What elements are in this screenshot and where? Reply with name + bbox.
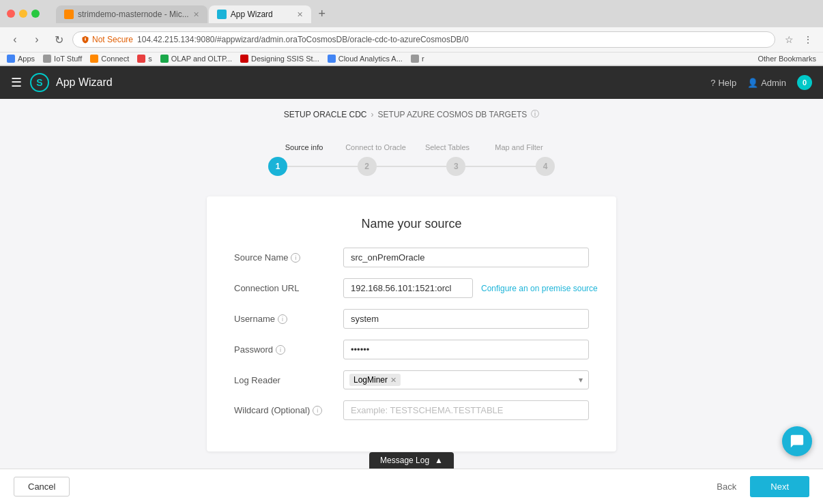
step-line-3: [465, 166, 536, 167]
step-label-3: Select Tables: [411, 143, 483, 151]
breadcrumb-info-icon[interactable]: ⓘ: [531, 108, 539, 120]
username-info-icon[interactable]: i: [278, 314, 287, 324]
connection-url-label-text: Connection URL: [234, 283, 299, 293]
username-label-text: Username: [234, 314, 275, 324]
nav-actions: ☆ ⋮: [781, 31, 816, 48]
message-log-label: Message Log: [380, 456, 429, 465]
steps-track: 1 2 3 4: [268, 157, 555, 176]
bookmark-connect[interactable]: Connect: [90, 55, 129, 63]
message-log-bar[interactable]: Message Log ▲: [369, 452, 454, 469]
bookmark-icon-iot: [43, 55, 51, 63]
bookmark-s[interactable]: s: [137, 55, 152, 63]
config-link[interactable]: Configure an on premise source: [481, 284, 598, 293]
username-input[interactable]: [343, 309, 589, 329]
breadcrumb: SETUP ORACLE CDC › SETUP AZURE COSMOS DB…: [0, 99, 823, 130]
hamburger-menu[interactable]: ☰: [11, 75, 22, 90]
step-label-4: Map and Filter: [483, 143, 555, 151]
source-name-row: Source Name i: [234, 248, 589, 267]
log-reader-tag: LogMiner ✕: [349, 374, 401, 386]
bookmark-icon-apps: [7, 55, 15, 63]
wildcard-input[interactable]: [343, 400, 589, 420]
address-text: 104.42.215.134:9080/#appwizard/admin.ora…: [137, 35, 469, 44]
star-button[interactable]: ☆: [781, 31, 797, 48]
other-bookmarks-label: Other Bookmarks: [757, 55, 816, 63]
maximize-button[interactable]: [31, 10, 40, 18]
log-reader-select[interactable]: LogMiner ✕ ▾: [343, 370, 589, 389]
notification-badge[interactable]: 0: [797, 75, 812, 90]
bookmark-olap[interactable]: OLAP and OLTP...: [160, 55, 232, 63]
admin-button[interactable]: 👤 Admin: [747, 78, 786, 88]
tab-masternode[interactable]: strimdemo-masternode - Mic... ✕: [56, 5, 207, 23]
step-label-2: Connect to Oracle: [340, 143, 411, 151]
log-reader-tag-close[interactable]: ✕: [390, 376, 396, 385]
header-right: ? Help 👤 Admin 0: [710, 75, 812, 90]
message-log-icon: ▲: [435, 456, 443, 465]
help-label: Help: [718, 78, 736, 88]
traffic-lights: [7, 10, 40, 18]
bookmark-label-apps: Apps: [18, 55, 35, 63]
bookmark-apps[interactable]: Apps: [7, 55, 35, 63]
chat-bubble[interactable]: [782, 426, 812, 456]
title-bar: strimdemo-masternode - Mic... ✕ App Wiza…: [0, 0, 823, 27]
connection-url-input[interactable]: [343, 278, 473, 298]
bookmark-label-ssis: Designing SSIS St...: [251, 55, 319, 63]
cancel-button[interactable]: Cancel: [14, 477, 70, 496]
bookmark-r[interactable]: r: [411, 55, 424, 63]
log-reader-tag-text: LogMiner: [353, 375, 388, 385]
breadcrumb-arrow: ›: [371, 110, 374, 119]
log-reader-label: Log Reader: [234, 375, 343, 385]
step-line-2: [377, 166, 447, 167]
step-circle-3: 3: [446, 157, 465, 176]
tab-favicon-1: [64, 10, 74, 19]
other-bookmarks[interactable]: Other Bookmarks: [757, 55, 816, 63]
close-button[interactable]: [7, 10, 15, 18]
security-indicator: Not Secure: [81, 35, 133, 44]
reload-button[interactable]: ↻: [50, 31, 67, 48]
bookmark-label-connect: Connect: [101, 55, 129, 63]
password-row: Password i: [234, 340, 589, 359]
next-button[interactable]: Next: [750, 476, 809, 497]
nav-bar: ‹ › ↻ Not Secure 104.42.215.134:9080/#ap…: [0, 27, 823, 53]
notification-count: 0: [803, 78, 807, 87]
menu-button[interactable]: ⋮: [800, 31, 816, 48]
bookmark-label-cloud: Cloud Analytics A...: [338, 55, 403, 63]
app-shell: ☰ S App Wizard ? Help 👤 Admin 0 SETUP OR…: [0, 66, 823, 494]
password-info-icon[interactable]: i: [276, 345, 285, 355]
source-name-input[interactable]: [343, 248, 589, 267]
back-button[interactable]: Back: [703, 477, 750, 496]
source-name-label: Source Name i: [234, 252, 343, 263]
address-bar[interactable]: Not Secure 104.42.215.134:9080/#appwizar…: [72, 31, 775, 48]
bookmark-ssis[interactable]: Designing SSIS St...: [240, 55, 319, 63]
new-tab-button[interactable]: +: [313, 4, 332, 23]
step-line-1: [287, 166, 358, 167]
password-input[interactable]: [343, 340, 589, 359]
app-logo: S: [30, 73, 49, 92]
wildcard-info-icon[interactable]: i: [313, 406, 322, 415]
source-name-info-icon[interactable]: i: [291, 253, 300, 263]
minimize-button[interactable]: [19, 10, 27, 18]
app-title: App Wizard: [56, 76, 113, 89]
bookmark-icon-r: [411, 55, 419, 63]
bookmark-icon-ssis: [240, 55, 248, 63]
help-button[interactable]: ? Help: [710, 78, 736, 88]
tab-close-1[interactable]: ✕: [193, 10, 199, 19]
tab-label-2: App Wizard: [231, 10, 273, 19]
forward-nav-button[interactable]: ›: [29, 31, 45, 48]
back-nav-button[interactable]: ‹: [7, 31, 23, 48]
breadcrumb-step2: SETUP AZURE COSMOS DB TARGETS: [378, 110, 528, 119]
tab-appwizard[interactable]: App Wizard ✕: [209, 5, 311, 23]
username-label: Username i: [234, 314, 343, 324]
step-label-1: Source info: [268, 143, 340, 151]
bookmarks-bar: Apps IoT Stuff Connect s OLAP and OLTP..…: [0, 53, 823, 65]
bookmark-iot[interactable]: IoT Stuff: [43, 55, 82, 63]
tab-close-2[interactable]: ✕: [297, 10, 303, 19]
chat-icon: [790, 434, 805, 449]
tab-label-1: strimdemo-masternode - Mic...: [78, 10, 189, 19]
connection-url-label: Connection URL: [234, 283, 343, 293]
bookmark-cloud[interactable]: Cloud Analytics A...: [328, 55, 403, 63]
username-row: Username i: [234, 309, 589, 329]
source-name-label-text: Source Name: [234, 252, 288, 263]
progress-section: Source info Connect to Oracle Select Tab…: [0, 130, 823, 183]
bookmark-label-s: s: [148, 55, 152, 63]
connection-url-row: Connection URL Configure an on premise s…: [234, 278, 589, 298]
